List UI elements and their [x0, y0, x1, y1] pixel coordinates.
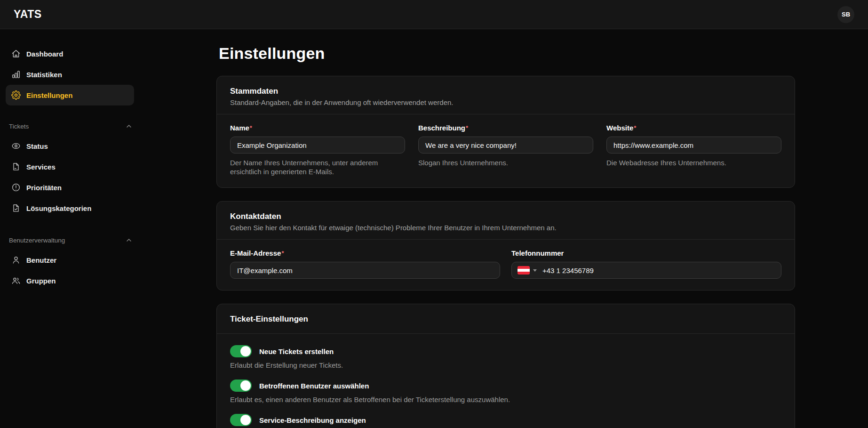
- top-bar: YATS SB: [0, 0, 868, 29]
- toggle-label: Service-Beschreibung anzeigen: [259, 416, 366, 424]
- required-asterisk: *: [466, 124, 468, 131]
- section-label: Benutzerverwaltung: [9, 237, 65, 244]
- sidebar-item-label: Services: [26, 163, 56, 171]
- email-input[interactable]: [230, 262, 500, 279]
- toggle-help: Erlaubt die Erstellung neuer Tickets.: [230, 361, 781, 369]
- card-description: Geben Sie hier den Kontakt für etwaige (…: [230, 224, 781, 232]
- card-stammdaten: Stammdaten Standard-Angaben, die in der …: [216, 76, 795, 188]
- toggle-label: Neue Tickets erstellen: [259, 347, 334, 355]
- phone-number-value: +43 1 23456789: [542, 266, 594, 275]
- toggle-knob: [240, 346, 251, 356]
- card-header: Ticket-Einstellungen: [217, 304, 795, 333]
- card-kontaktdaten: Kontaktdaten Geben Sie hier den Kontakt …: [216, 201, 795, 291]
- sidebar-item-gruppen[interactable]: Gruppen: [6, 270, 134, 291]
- field-label: E-Mail-Adresse*: [230, 249, 500, 258]
- sidebar-item-loesungskategorien[interactable]: Lösungskategorien: [6, 198, 134, 218]
- home-icon: [11, 49, 21, 58]
- website-input[interactable]: [606, 137, 781, 153]
- toggle-row-betroffener-benutzer: Betroffenen Benutzer auswählen: [230, 380, 781, 392]
- card-title: Ticket-Einstellungen: [230, 315, 781, 324]
- sidebar-item-label: Lösungskategorien: [26, 204, 91, 212]
- field-website: Website* Die Webadresse Ihres Unternehme…: [606, 124, 781, 176]
- toggle-betroffenen-benutzer-auswaehlen[interactable]: [230, 380, 252, 392]
- sidebar-item-status[interactable]: Status: [6, 136, 134, 156]
- field-telefonnummer: Telefonnummer +43 1 23456789: [511, 249, 781, 279]
- eye-icon: [11, 141, 21, 151]
- chevron-down-icon: [533, 269, 537, 272]
- toggle-row-neue-tickets: Neue Tickets erstellen: [230, 345, 781, 357]
- field-label: Telefonnummer: [511, 249, 781, 258]
- beschreibung-input[interactable]: [418, 137, 593, 153]
- field-beschreibung: Beschreibung* Slogan Ihres Unternehmens.: [418, 124, 593, 176]
- country-select[interactable]: [518, 266, 537, 275]
- name-input[interactable]: [230, 137, 405, 153]
- toggle-row-service-beschreibung: Service-Beschreibung anzeigen: [230, 414, 781, 426]
- toggle-knob: [240, 380, 251, 391]
- document-check-icon: [11, 203, 21, 213]
- sidebar-item-prioritaeten[interactable]: Prioritäten: [6, 177, 134, 198]
- card-header: Kontaktdaten Geben Sie hier den Kontakt …: [217, 202, 795, 239]
- phone-input[interactable]: +43 1 23456789: [511, 262, 781, 279]
- chevron-up-icon: [125, 236, 133, 244]
- page-title: Einstellungen: [219, 44, 795, 63]
- app-logo[interactable]: YATS: [14, 8, 42, 21]
- bar-chart-icon: [11, 70, 21, 79]
- main-content: Einstellungen Stammdaten Standard-Angabe…: [216, 29, 795, 428]
- card-body: Neue Tickets erstellen Erlaubt die Erste…: [217, 334, 795, 428]
- toggle-neue-tickets-erstellen[interactable]: [230, 345, 252, 357]
- field-email: E-Mail-Adresse*: [230, 249, 500, 279]
- card-ticket-einstellungen: Ticket-Einstellungen Neue Tickets erstel…: [216, 304, 795, 428]
- field-help: Der Name Ihres Unternehmens, unter ander…: [230, 158, 405, 176]
- sidebar-section-tickets[interactable]: Tickets: [6, 117, 134, 136]
- toggle-label: Betroffenen Benutzer auswählen: [259, 382, 369, 390]
- field-label: Name*: [230, 124, 405, 132]
- sidebar-item-benutzer[interactable]: Benutzer: [6, 250, 134, 270]
- toggle-service-beschreibung-anzeigen[interactable]: [230, 414, 252, 426]
- field-help: Die Webadresse Ihres Unternehmens.: [606, 158, 781, 167]
- sidebar-item-label: Statistiken: [26, 71, 62, 79]
- section-label: Tickets: [9, 123, 29, 130]
- field-name: Name* Der Name Ihres Unternehmens, unter…: [230, 124, 405, 176]
- users-icon: [11, 276, 21, 285]
- card-description: Standard-Angaben, die in der Anwendung o…: [230, 98, 781, 106]
- chevron-up-icon: [125, 122, 133, 130]
- card-body: Name* Der Name Ihres Unternehmens, unter…: [217, 114, 795, 187]
- required-asterisk: *: [281, 250, 284, 257]
- alert-circle-icon: [11, 183, 21, 192]
- sidebar-item-label: Dashboard: [26, 50, 63, 58]
- sidebar-item-label: Gruppen: [26, 277, 56, 285]
- toggle-knob: [240, 415, 251, 425]
- sidebar-item-label: Einstellungen: [26, 91, 72, 99]
- sidebar-item-label: Status: [26, 142, 48, 150]
- sidebar-item-einstellungen[interactable]: Einstellungen: [6, 85, 134, 105]
- required-asterisk: *: [250, 124, 252, 131]
- card-body: E-Mail-Adresse* Telefonnummer +43 1 2345…: [217, 240, 795, 290]
- card-title: Stammdaten: [230, 87, 781, 96]
- sidebar-item-statistiken[interactable]: Statistiken: [6, 64, 134, 85]
- required-asterisk: *: [634, 124, 636, 131]
- sidebar-item-services[interactable]: Services: [6, 156, 134, 177]
- sidebar-section-benutzerverwaltung[interactable]: Benutzerverwaltung: [6, 231, 134, 250]
- document-icon: [11, 162, 21, 171]
- gear-icon: [11, 90, 21, 100]
- sidebar-item-label: Prioritäten: [26, 184, 62, 192]
- field-help: Slogan Ihres Unternehmens.: [418, 158, 593, 167]
- field-label: Website*: [606, 124, 781, 132]
- austria-flag-icon: [518, 266, 530, 275]
- toggle-help: Erlaubt es, einen anderen Benutzer als B…: [230, 396, 781, 404]
- card-title: Kontaktdaten: [230, 212, 781, 221]
- sidebar-item-label: Benutzer: [26, 256, 56, 264]
- sidebar: Dashboard Statistiken Einstellungen Tick…: [0, 29, 141, 428]
- field-label: Beschreibung*: [418, 124, 593, 132]
- user-avatar[interactable]: SB: [837, 6, 854, 23]
- user-icon: [11, 255, 21, 265]
- card-header: Stammdaten Standard-Angaben, die in der …: [217, 76, 795, 114]
- sidebar-item-dashboard[interactable]: Dashboard: [6, 43, 134, 64]
